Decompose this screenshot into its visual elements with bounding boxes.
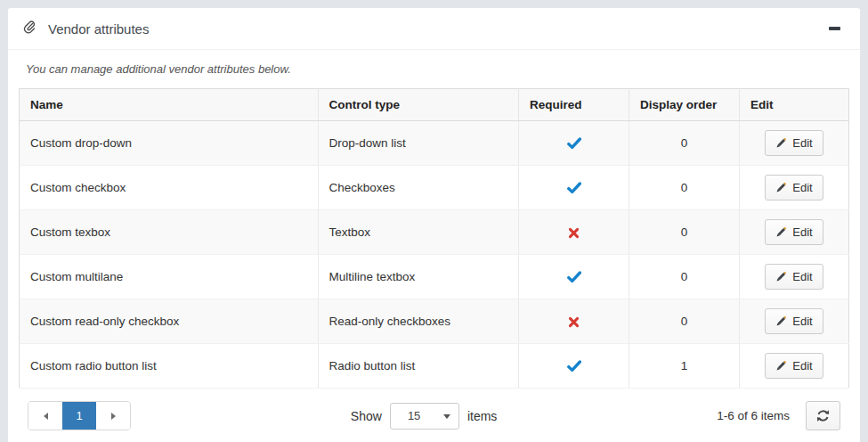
- pencil-icon: [775, 182, 787, 193]
- control-type-cell: Textbox: [318, 210, 519, 255]
- pencil-icon: [775, 271, 787, 282]
- x-icon: [568, 316, 580, 328]
- vendor-attributes-panel: Vendor attributes You can manage additio…: [7, 7, 861, 442]
- control-type-cell: Radio button list: [318, 344, 519, 389]
- show-label: Show: [351, 409, 382, 423]
- edit-cell: Edit: [739, 166, 848, 210]
- table-row: Custom radio button list Radio button li…: [20, 344, 849, 389]
- name-cell: Custom texbox: [20, 210, 319, 255]
- table-row: Custom drop-down Drop-down list 0 Edit: [20, 121, 849, 166]
- collapse-panel-button[interactable]: [823, 23, 846, 34]
- panel-body: You can manage additional vendor attribu…: [8, 50, 860, 442]
- display-order-cell: 0: [629, 121, 740, 166]
- required-flag-icon: [568, 225, 580, 239]
- page-size-select[interactable]: 15: [390, 403, 459, 430]
- check-icon: [567, 182, 581, 194]
- name-cell: Custom radio button list: [20, 344, 319, 389]
- edit-button-label: Edit: [792, 359, 812, 372]
- edit-button-label: Edit: [792, 225, 812, 239]
- display-order-cell: 1: [629, 344, 740, 389]
- column-header-required: Required: [519, 89, 629, 121]
- edit-button[interactable]: Edit: [765, 353, 823, 379]
- control-type-cell: Multiline textbox: [318, 255, 519, 299]
- panel-header: Vendor attributes: [8, 8, 860, 50]
- edit-button-label: Edit: [792, 136, 812, 150]
- table-row: Custom texbox Textbox 0 Edit: [20, 210, 849, 255]
- edit-button[interactable]: Edit: [765, 130, 823, 156]
- display-order-cell: 0: [629, 210, 740, 255]
- edit-button[interactable]: Edit: [765, 175, 823, 201]
- edit-button-label: Edit: [792, 270, 812, 283]
- vendor-attributes-table: Name Control type Required Display order…: [19, 88, 849, 389]
- edit-button-label: Edit: [792, 181, 812, 194]
- page-size-value: 15: [408, 409, 420, 422]
- required-cell: [519, 344, 629, 389]
- edit-cell: Edit: [739, 255, 848, 299]
- edit-cell: Edit: [739, 210, 848, 255]
- required-flag-icon: [567, 136, 581, 150]
- column-header-display-order: Display order: [629, 89, 740, 121]
- caret-left-icon: [44, 413, 48, 420]
- edit-cell: Edit: [739, 344, 848, 389]
- control-type-cell: Drop-down list: [318, 121, 519, 166]
- previous-page-button[interactable]: [28, 402, 62, 430]
- pager: 1 Show 15 items 1-6 of 6 items: [19, 389, 849, 442]
- required-flag-icon: [567, 270, 581, 283]
- minus-icon: [829, 27, 840, 30]
- table-header-row: Name Control type Required Display order…: [20, 89, 849, 121]
- refresh-button[interactable]: [806, 401, 840, 430]
- paperclip-icon: [22, 20, 37, 37]
- hint-text: You can manage additional vendor attribu…: [19, 62, 849, 88]
- required-flag-icon: [567, 359, 581, 372]
- refresh-icon: [816, 409, 830, 422]
- caret-right-icon: [111, 413, 116, 420]
- edit-button[interactable]: Edit: [765, 219, 823, 245]
- display-order-cell: 0: [629, 255, 740, 299]
- caret-down-icon: [443, 414, 450, 419]
- column-header-name: Name: [20, 89, 319, 121]
- page-size-group: Show 15 items: [131, 403, 717, 430]
- pencil-icon: [775, 137, 787, 149]
- display-order-cell: 0: [629, 166, 740, 210]
- pager-info-group: 1-6 of 6 items: [717, 401, 840, 430]
- edit-button[interactable]: Edit: [765, 264, 823, 290]
- check-icon: [567, 271, 581, 283]
- x-icon: [568, 227, 580, 239]
- pencil-icon: [775, 360, 787, 372]
- column-header-control-type: Control type: [318, 89, 519, 121]
- pencil-icon: [775, 226, 787, 238]
- table-row: Custom multilane Multiline textbox 0 Edi…: [20, 255, 849, 299]
- edit-cell: Edit: [739, 121, 848, 166]
- page-title: Vendor attributes: [48, 21, 149, 37]
- page-buttons-group: 1: [28, 401, 131, 430]
- required-cell: [519, 210, 629, 255]
- required-cell: [519, 166, 629, 210]
- column-header-edit: Edit: [739, 89, 848, 121]
- next-page-button[interactable]: [96, 402, 130, 430]
- control-type-cell: Read-only checkboxes: [318, 299, 519, 344]
- name-cell: Custom drop-down: [20, 121, 319, 166]
- edit-cell: Edit: [739, 299, 848, 344]
- name-cell: Custom multilane: [20, 255, 319, 299]
- edit-button[interactable]: Edit: [765, 308, 823, 334]
- check-icon: [567, 137, 581, 150]
- control-type-cell: Checkboxes: [318, 166, 519, 210]
- current-page-button[interactable]: 1: [62, 402, 96, 430]
- check-icon: [567, 360, 581, 372]
- table-row: Custom checkbox Checkboxes 0 Edit: [20, 166, 849, 210]
- table-row: Custom read-only checkbox Read-only chec…: [20, 299, 849, 344]
- edit-button-label: Edit: [792, 315, 812, 328]
- required-cell: [519, 121, 629, 166]
- pencil-icon: [775, 315, 787, 327]
- display-order-cell: 0: [629, 299, 740, 344]
- name-cell: Custom read-only checkbox: [20, 299, 319, 344]
- required-flag-icon: [568, 315, 580, 328]
- items-range-text: 1-6 of 6 items: [717, 409, 790, 422]
- required-cell: [519, 299, 629, 344]
- name-cell: Custom checkbox: [20, 166, 319, 210]
- items-label: items: [467, 409, 497, 423]
- required-flag-icon: [567, 181, 581, 194]
- required-cell: [519, 255, 629, 299]
